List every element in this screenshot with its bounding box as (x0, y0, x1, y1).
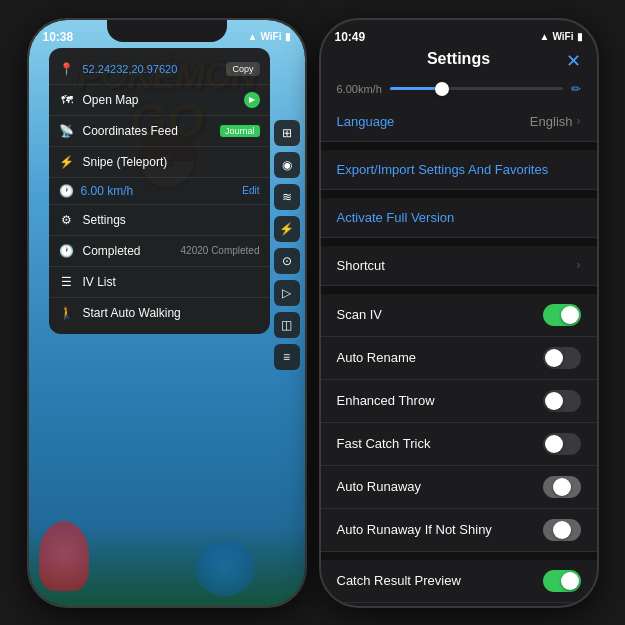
notch (107, 20, 227, 42)
auto-runaway-toggle[interactable] (543, 476, 581, 498)
copy-button[interactable]: Copy (226, 62, 259, 76)
completed-row[interactable]: 🕐 Completed 42020 Completed (49, 236, 270, 267)
battery-icon-right: ▮ (577, 31, 583, 42)
toolbar-target-btn[interactable]: ⊙ (274, 248, 300, 274)
catch-result-row[interactable]: Catch Result Preview (321, 560, 597, 603)
language-value: English (530, 114, 573, 129)
battery-icon: ▮ (285, 31, 291, 42)
coords-feed-row[interactable]: 📡 Coordinates Feed Journal (49, 116, 270, 147)
catch-result-label: Catch Result Preview (337, 573, 543, 588)
settings-title: Settings (427, 50, 490, 68)
fast-catch-toggle[interactable] (543, 433, 581, 455)
status-icons-right: ▲ WiFi ▮ (540, 31, 583, 42)
auto-rename-toggle-dot (545, 349, 563, 367)
left-phone: 10:38 ▲ WiFi ▮ POKÉMON GO ⊞ ◉ ≋ ⚡ (27, 18, 307, 608)
snipe-label: Snipe (Teleport) (83, 155, 168, 169)
toolbar-map-btn[interactable]: ⊞ (274, 120, 300, 146)
enhanced-throw-toggle-dot (545, 392, 563, 410)
edit-button[interactable]: Edit (242, 185, 259, 196)
catch-result-toggle-dot (561, 572, 579, 590)
wifi-icon: WiFi (260, 31, 281, 42)
signal-icon: ▲ (248, 31, 258, 42)
toolbar-circle-btn[interactable]: ◉ (274, 152, 300, 178)
export-import-row[interactable]: Export/Import Settings And Favorites (321, 150, 597, 190)
pokemon-silhouette (195, 541, 255, 596)
speed-slider-row: 6.00km/h ✏ (321, 76, 597, 102)
auto-rename-toggle[interactable] (543, 347, 581, 369)
feed-icon: 📡 (59, 123, 75, 139)
map-icon: 🗺 (59, 92, 75, 108)
completed-icon: 🕐 (59, 243, 75, 259)
play-icon: ▶ (244, 92, 260, 108)
coords-row[interactable]: 📍 52.24232,20.97620 Copy (49, 54, 270, 85)
scan-iv-toggle-dot (561, 306, 579, 324)
fast-catch-label: Fast Catch Trick (337, 436, 543, 451)
fast-catch-toggle-dot (545, 435, 563, 453)
iv-list-label: IV List (83, 275, 116, 289)
sep-4 (321, 286, 597, 294)
activate-row[interactable]: Activate Full Version (321, 198, 597, 238)
wifi-icon-right: WiFi (552, 31, 573, 42)
toolbar-menu-btn[interactable]: ≡ (274, 344, 300, 370)
shortcut-row[interactable]: Shortcut › (321, 246, 597, 286)
toolbar-play-btn[interactable]: ▷ (274, 280, 300, 306)
sep-1 (321, 142, 597, 150)
notch-right (399, 20, 519, 42)
toolbar-bolt-btn[interactable]: ⚡ (274, 216, 300, 242)
auto-rename-label: Auto Rename (337, 350, 543, 365)
completed-count: 42020 Completed (181, 245, 260, 256)
speed-row[interactable]: 🕐 6.00 km/h Edit (49, 178, 270, 205)
slider-edit-icon[interactable]: ✏ (571, 82, 581, 96)
iv-icon: ☰ (59, 274, 75, 290)
right-phone: 10:49 ▲ WiFi ▮ Settings ✕ 6.00km/h ✏ Lan… (319, 18, 599, 608)
settings-icon: ⚙ (59, 212, 75, 228)
auto-rename-row[interactable]: Auto Rename (321, 337, 597, 380)
catch-result-toggle[interactable] (543, 570, 581, 592)
language-row[interactable]: Language English › (321, 102, 597, 142)
sep-3 (321, 238, 597, 246)
scan-iv-label: Scan IV (337, 307, 543, 322)
sep-2 (321, 190, 597, 198)
speed-slider-track[interactable] (390, 87, 563, 90)
auto-runaway-toggle-dot (553, 478, 571, 496)
toolbar-grid-btn[interactable]: ◫ (274, 312, 300, 338)
time-right: 10:49 (335, 30, 366, 44)
language-chevron: › (577, 114, 581, 128)
status-icons-left: ▲ WiFi ▮ (248, 31, 291, 42)
coords-feed-label: Coordinates Feed (83, 124, 178, 138)
open-map-label: Open Map (83, 93, 139, 107)
speed-value: 6.00 km/h (81, 184, 134, 198)
settings-label: Settings (83, 213, 126, 227)
walk-icon: 🚶 (59, 305, 75, 321)
close-button[interactable]: ✕ (566, 50, 581, 72)
enhanced-throw-row[interactable]: Enhanced Throw (321, 380, 597, 423)
completed-label: Completed (83, 244, 141, 258)
auto-runaway-shiny-toggle[interactable] (543, 519, 581, 541)
toolbar-signal-btn[interactable]: ≋ (274, 184, 300, 210)
iv-list-row[interactable]: ☰ IV List (49, 267, 270, 298)
sep-5 (321, 552, 597, 560)
scan-iv-row[interactable]: Scan IV (321, 294, 597, 337)
auto-walk-row[interactable]: 🚶 Start Auto Walking (49, 298, 270, 328)
auto-runaway-shiny-row[interactable]: Auto Runaway If Not Shiny (321, 509, 597, 552)
settings-row[interactable]: ⚙ Settings (49, 205, 270, 236)
shortcut-chevron: › (577, 258, 581, 272)
snipe-icon: ⚡ (59, 154, 75, 170)
open-map-row[interactable]: 🗺 Open Map ▶ (49, 85, 270, 116)
auto-runaway-shiny-label: Auto Runaway If Not Shiny (337, 522, 543, 537)
snipe-row[interactable]: ⚡ Snipe (Teleport) (49, 147, 270, 178)
speed-slider-label: 6.00km/h (337, 83, 382, 95)
activate-label: Activate Full Version (337, 210, 581, 225)
fast-catch-row[interactable]: Fast Catch Trick (321, 423, 597, 466)
pogo-screen: 10:38 ▲ WiFi ▮ POKÉMON GO ⊞ ◉ ≋ ⚡ (29, 20, 305, 606)
settings-screen: 10:49 ▲ WiFi ▮ Settings ✕ 6.00km/h ✏ Lan… (321, 20, 597, 606)
journal-badge: Journal (220, 125, 260, 137)
auto-runaway-label: Auto Runaway (337, 479, 543, 494)
joystick-info-text: YOU CAN DRAG THE JOYSTICK TO YOUR FAVOUR… (321, 603, 597, 606)
signal-icon-right: ▲ (540, 31, 550, 42)
scan-iv-toggle[interactable] (543, 304, 581, 326)
auto-runaway-row[interactable]: Auto Runaway (321, 466, 597, 509)
auto-runaway-shiny-toggle-dot (553, 521, 571, 539)
export-import-label: Export/Import Settings And Favorites (337, 162, 581, 177)
enhanced-throw-toggle[interactable] (543, 390, 581, 412)
